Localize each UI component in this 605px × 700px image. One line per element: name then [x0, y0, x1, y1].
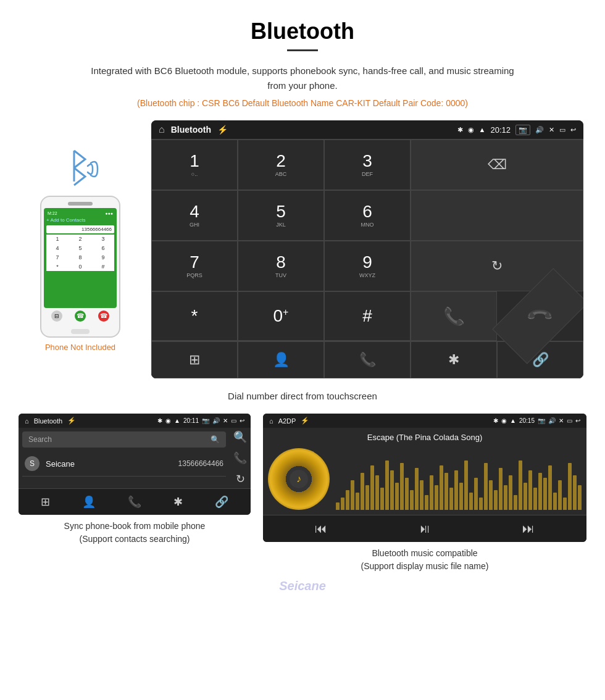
music-vol-icon[interactable]: 🔊 — [548, 417, 556, 424]
dial-key-hash[interactable]: # — [324, 291, 411, 341]
dial-key-6[interactable]: 6 MNO — [324, 190, 411, 241]
pb-call-icon[interactable]: 📞 — [128, 495, 141, 509]
dialpad-screen-header: ⌂ Bluetooth ⚡ ✱ ◉ ▲ 20:12 📷 🔊 ✕ ▭ ↩ — [151, 120, 583, 139]
music-content: Escape (The Pina Colada Song) ♪ — [263, 428, 586, 515]
dial-key-5[interactable]: 5 JKL — [238, 190, 324, 241]
pb-bt-icon: ✱ — [157, 417, 162, 424]
viz-bar — [548, 465, 552, 510]
dial-key-1[interactable]: 1 ○.. — [151, 140, 238, 190]
viz-bar — [410, 490, 414, 510]
contact-name: Seicane — [46, 459, 178, 469]
viz-bar — [533, 488, 537, 510]
viz-bar — [336, 502, 340, 510]
music-close-icon[interactable]: ✕ — [559, 417, 564, 424]
side-refresh-icon[interactable]: ↻ — [236, 472, 245, 486]
viz-bar — [420, 480, 424, 510]
home-icon[interactable]: ⌂ — [159, 124, 165, 135]
music-fs-icon[interactable]: ▭ — [567, 417, 572, 424]
pb-signal-icon: ▲ — [174, 417, 180, 424]
main-section: M:22 ●●● + Add to Contacts 13566664466 1… — [0, 120, 605, 385]
viz-bar — [365, 485, 369, 510]
viz-bar — [543, 478, 547, 510]
album-art-disc: ♪ — [268, 448, 330, 510]
music-screen-header: ⌂ A2DP ⚡ ✱ ◉ ▲ 20:15 📷 🔊 ✕ ▭ ↩ — [263, 414, 586, 428]
viz-bar — [395, 483, 399, 510]
back-icon[interactable]: ↩ — [570, 126, 576, 134]
volume-icon[interactable]: 🔊 — [535, 126, 544, 134]
grid-view-button[interactable]: ⊞ — [151, 341, 238, 378]
side-search-icon[interactable]: 🔍 — [233, 430, 247, 444]
search-icon[interactable]: 🔍 — [211, 435, 220, 444]
dial-key-2[interactable]: 2 ABC — [238, 140, 324, 190]
dial-key-star[interactable]: * — [151, 291, 238, 341]
pb-link-icon[interactable]: 🔗 — [215, 495, 228, 509]
music-home-icon[interactable]: ⌂ — [269, 417, 273, 425]
viz-bar — [425, 495, 428, 510]
music-usb-icon: ⚡ — [301, 417, 309, 425]
header-right: ✱ ◉ ▲ 20:12 📷 🔊 ✕ ▭ ↩ — [457, 125, 576, 135]
phone-not-included-label: Phone Not Included — [45, 343, 115, 352]
play-pause-button[interactable]: ⏯ — [419, 522, 431, 536]
contacts-button[interactable]: 👤 — [238, 341, 324, 378]
music-camera-icon[interactable]: 📷 — [538, 417, 545, 424]
pb-contacts-icon[interactable]: 👤 — [82, 495, 96, 509]
phone-speaker — [68, 202, 93, 206]
phone-button[interactable]: 📞 — [324, 341, 411, 378]
viz-bar — [341, 498, 344, 510]
phonebook-body: Search 🔍 S Seicane 13566664466 🔍 📞 ↻ — [19, 428, 251, 488]
bluetooth-button[interactable]: ✱ — [411, 341, 497, 378]
search-placeholder: Search — [28, 435, 52, 444]
pb-bt-icon2[interactable]: ✱ — [173, 495, 183, 509]
pb-grid-icon[interactable]: ⊞ — [41, 495, 50, 509]
pb-camera-icon[interactable]: 📷 — [202, 417, 209, 424]
pb-vol-icon[interactable]: 🔊 — [212, 417, 220, 424]
dial-key-0[interactable]: 0+ — [238, 291, 324, 341]
dial-key-4[interactable]: 4 GHI — [151, 190, 238, 241]
pb-header-right: ✱ ◉ ▲ 20:11 📷 🔊 ✕ ▭ ↩ — [157, 417, 244, 424]
viz-bar — [361, 473, 364, 510]
contact-number: 13566664466 — [178, 459, 223, 468]
phonebook-search-bar[interactable]: Search 🔍 — [22, 431, 226, 448]
viz-bar — [524, 483, 527, 510]
music-screen: ⌂ A2DP ⚡ ✱ ◉ ▲ 20:15 📷 🔊 ✕ ▭ ↩ E — [263, 414, 586, 542]
viz-bar — [415, 468, 419, 510]
phone-screen: M:22 ●●● + Add to Contacts 13566664466 1… — [44, 208, 117, 308]
pb-back-icon[interactable]: ↩ — [240, 417, 244, 424]
screen-title: Bluetooth — [171, 125, 211, 135]
fullscreen-icon[interactable]: ▭ — [559, 126, 565, 134]
bluetooth-signal-icon — [56, 148, 105, 191]
viz-bar — [484, 463, 488, 510]
pb-fs-icon[interactable]: ▭ — [231, 417, 236, 424]
pb-time: 20:11 — [183, 417, 199, 424]
viz-bar — [519, 460, 522, 510]
music-title: A2DP — [278, 417, 296, 425]
viz-bar — [469, 493, 473, 510]
call-green-button[interactable]: 📞 — [411, 291, 497, 341]
side-phone-icon[interactable]: 📞 — [233, 451, 247, 465]
next-track-button[interactable]: ⏭ — [522, 522, 535, 536]
phonebook-contact-entry[interactable]: S Seicane 13566664466 — [22, 451, 226, 477]
backspace-key[interactable]: ⌫ — [411, 140, 583, 190]
music-back-icon[interactable]: ↩ — [575, 417, 580, 424]
dialpad-grid: 1 ○.. 2 ABC 3 DEF ⌫ 4 GHI 5 JKL 6 — [151, 139, 583, 341]
viz-bar — [400, 463, 404, 510]
viz-bar — [563, 498, 567, 510]
viz-bar — [509, 475, 512, 510]
phonebook-main: Search 🔍 S Seicane 13566664466 — [19, 428, 230, 488]
dial-key-8[interactable]: 8 TUV — [238, 241, 324, 291]
pb-close-icon[interactable]: ✕ — [223, 417, 228, 424]
viz-bar — [499, 468, 503, 510]
camera-icon[interactable]: 📷 — [515, 125, 530, 135]
viz-bar — [528, 470, 532, 510]
prev-track-button[interactable]: ⏮ — [315, 522, 327, 536]
time-display: 20:12 — [490, 125, 511, 135]
viz-bar — [385, 460, 389, 510]
music-location-icon: ◉ — [501, 417, 507, 424]
dial-key-7[interactable]: 7 PQRS — [151, 241, 238, 291]
dial-key-9[interactable]: 9 WXYZ — [324, 241, 411, 291]
viz-bar — [351, 480, 354, 510]
close-icon[interactable]: ✕ — [549, 126, 554, 134]
viz-bar — [514, 495, 517, 510]
pb-home-icon[interactable]: ⌂ — [25, 417, 29, 425]
dial-key-3[interactable]: 3 DEF — [324, 140, 411, 190]
